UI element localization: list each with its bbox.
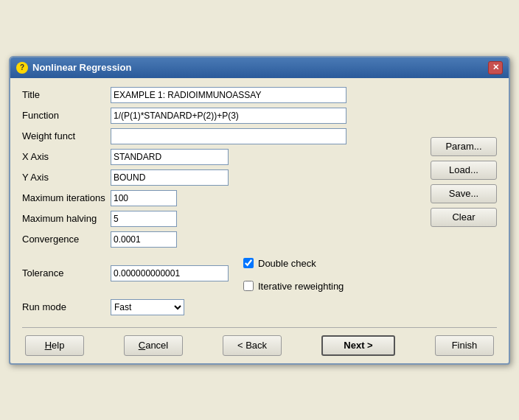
clear-button[interactable]: Clear xyxy=(431,208,497,227)
window-title: Nonlinear Regression xyxy=(32,62,131,73)
title-label: Title xyxy=(22,89,111,100)
yaxis-row: Y Axis xyxy=(22,169,425,186)
iterative-checkbox[interactable] xyxy=(243,281,254,291)
run-mode-row: Run mode Fast Normal Slow xyxy=(22,299,425,315)
form-left: Title Function Weight funct X Axis xyxy=(22,87,425,320)
cancel-label: Cancel xyxy=(139,340,168,351)
xaxis-row: X Axis xyxy=(22,149,425,165)
save-button[interactable]: Save... xyxy=(431,184,497,203)
max-halving-input[interactable] xyxy=(111,211,177,227)
tolerance-label: Tolerance xyxy=(22,267,111,279)
max-halving-row: Maximum halving xyxy=(22,211,425,227)
next-button[interactable]: Next > xyxy=(321,335,395,356)
function-row: Function xyxy=(22,108,425,124)
next-label: Next > xyxy=(344,340,372,351)
convergence-input[interactable] xyxy=(111,231,177,248)
form-right: Param... Load... Save... Clear xyxy=(431,87,497,320)
dialog-content: Title Function Weight funct X Axis xyxy=(10,78,509,363)
titlebar-left: ? Nonlinear Regression xyxy=(16,62,131,74)
xaxis-input[interactable] xyxy=(111,149,229,165)
title-row: Title xyxy=(22,87,425,103)
form-area: Title Function Weight funct X Axis xyxy=(22,87,497,320)
tolerance-input[interactable] xyxy=(111,265,229,281)
back-label: < Back xyxy=(237,340,267,351)
back-button[interactable]: < Back xyxy=(223,335,282,356)
max-halving-label: Maximum halving xyxy=(22,213,111,224)
tolerance-row: Tolerance Double check Iterative reweigh… xyxy=(22,252,425,295)
run-mode-select[interactable]: Fast Normal Slow xyxy=(111,299,184,315)
weight-input[interactable] xyxy=(111,128,346,144)
close-button[interactable]: ✕ xyxy=(488,61,503,74)
dialog-window: ? Nonlinear Regression ✕ Title Function xyxy=(9,56,510,365)
convergence-row: Convergence xyxy=(22,231,425,248)
iterative-row[interactable]: Iterative reweighting xyxy=(243,281,344,292)
cancel-button[interactable]: Cancel xyxy=(124,335,183,356)
double-check-row[interactable]: Double check xyxy=(243,258,344,269)
help-button[interactable]: Help xyxy=(25,335,84,356)
help-icon: ? xyxy=(16,62,28,74)
double-check-label: Double check xyxy=(258,258,316,269)
convergence-label: Convergence xyxy=(22,234,111,245)
function-input[interactable] xyxy=(111,108,346,124)
xaxis-label: X Axis xyxy=(22,151,111,162)
footer: Help Cancel < Back Next > Finish xyxy=(22,327,497,356)
load-button[interactable]: Load... xyxy=(431,161,497,180)
weight-label: Weight funct xyxy=(22,130,111,141)
yaxis-label: Y Axis xyxy=(22,172,111,183)
titlebar: ? Nonlinear Regression ✕ xyxy=(10,57,509,78)
help-label: Help xyxy=(45,340,65,351)
max-iter-input[interactable] xyxy=(111,190,177,206)
extra-options: Double check Iterative reweighting xyxy=(243,252,344,295)
max-iter-label: Maximum iterations xyxy=(22,192,111,203)
iterative-label: Iterative reweighting xyxy=(258,281,344,292)
weight-row: Weight funct xyxy=(22,128,425,144)
max-iter-row: Maximum iterations xyxy=(22,190,425,206)
finish-button[interactable]: Finish xyxy=(435,335,494,356)
title-input[interactable] xyxy=(111,87,346,103)
param-button[interactable]: Param... xyxy=(431,137,497,156)
run-mode-label: Run mode xyxy=(22,301,111,312)
double-check-checkbox[interactable] xyxy=(243,258,254,268)
yaxis-input[interactable] xyxy=(111,169,229,186)
function-label: Function xyxy=(22,110,111,121)
